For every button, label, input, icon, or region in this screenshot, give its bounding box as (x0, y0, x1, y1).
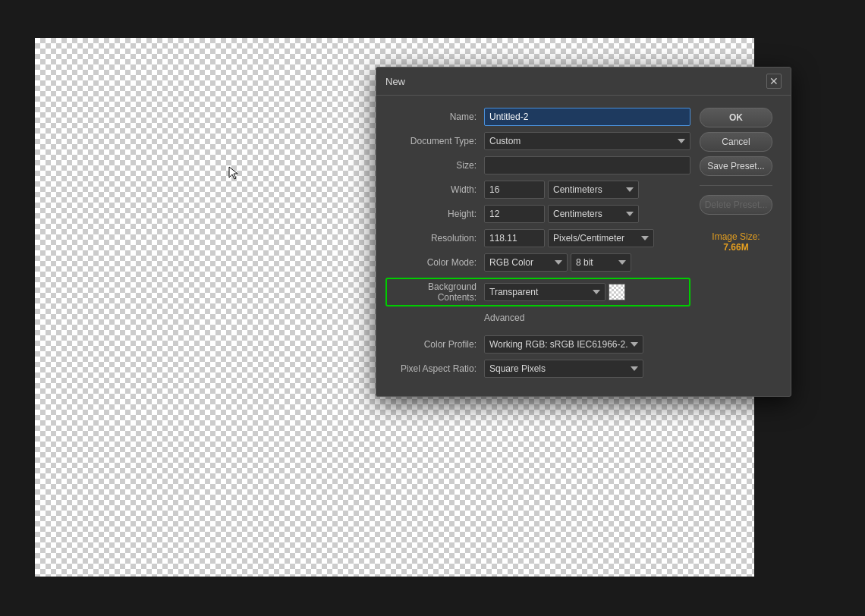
height-input[interactable] (484, 205, 545, 223)
resolution-label: Resolution: (385, 233, 484, 244)
new-document-dialog: New ✕ Name: Document Type: Custom (376, 67, 791, 397)
advanced-label: Advanced (484, 313, 524, 323)
color-profile-label: Color Profile: (385, 339, 484, 350)
image-size-value: 7.66M (700, 242, 772, 253)
bg-contents-label: Background Contents: (390, 281, 484, 303)
dialog-titlebar: New ✕ (376, 68, 791, 96)
cancel-button[interactable]: Cancel (700, 132, 772, 152)
height-row: Height: Centimeters (385, 205, 690, 223)
name-input[interactable] (484, 108, 690, 126)
delete-preset-button[interactable]: Delete Preset... (700, 195, 772, 215)
resolution-row: Resolution: Pixels/Centimeter (385, 229, 690, 247)
pixel-aspect-row: Pixel Aspect Ratio: Square Pixels (385, 360, 690, 378)
width-row: Width: Centimeters (385, 181, 690, 199)
width-unit-select[interactable]: Centimeters (548, 181, 639, 199)
name-label: Name: (385, 112, 484, 122)
dialog-form: Name: Document Type: Custom Size: (376, 108, 690, 384)
actions-divider (700, 185, 772, 186)
pixel-aspect-label: Pixel Aspect Ratio: (385, 363, 484, 374)
bg-contents-select[interactable]: Transparent (484, 283, 606, 301)
image-size-label: Image Size: (700, 231, 772, 242)
name-row: Name: (385, 108, 690, 126)
dialog-actions: OK Cancel Save Preset... Delete Preset..… (690, 108, 782, 384)
advanced-section: Advanced Color Profile: Working RGB: sRG… (385, 313, 690, 378)
advanced-row: Advanced (385, 313, 690, 329)
image-size-section: Image Size: 7.66M (700, 231, 772, 253)
color-mode-label: Color Mode: (385, 257, 484, 268)
color-mode-row: Color Mode: RGB Color 8 bit (385, 253, 690, 272)
dialog-body: Name: Document Type: Custom Size: (376, 96, 791, 396)
size-placeholder (484, 156, 690, 174)
dialog-close-button[interactable]: ✕ (766, 74, 782, 89)
bit-depth-select[interactable]: 8 bit (571, 253, 631, 272)
ok-button[interactable]: OK (700, 108, 772, 127)
save-preset-button[interactable]: Save Preset... (700, 156, 772, 176)
size-label: Size: (385, 160, 484, 171)
dialog-title: New (385, 76, 405, 87)
color-profile-row: Color Profile: Working RGB: sRGB IEC6196… (385, 335, 690, 354)
resolution-unit-select[interactable]: Pixels/Centimeter (548, 229, 654, 247)
width-label: Width: (385, 184, 484, 195)
size-row: Size: (385, 156, 690, 174)
background-contents-row: Background Contents: Transparent (385, 278, 690, 306)
width-input[interactable] (484, 181, 545, 199)
height-label: Height: (385, 209, 484, 219)
pixel-aspect-select[interactable]: Square Pixels (484, 360, 643, 378)
color-profile-select[interactable]: Working RGB: sRGB IEC61966-2.1 (484, 335, 643, 354)
bg-color-swatch[interactable] (609, 284, 625, 300)
color-mode-select[interactable]: RGB Color (484, 253, 568, 272)
modal-overlay: New ✕ Name: Document Type: Custom (0, 0, 865, 616)
document-type-row: Document Type: Custom (385, 132, 690, 150)
resolution-input[interactable] (484, 229, 545, 247)
height-unit-select[interactable]: Centimeters (548, 205, 639, 223)
document-type-select[interactable]: Custom (484, 132, 690, 150)
document-type-label: Document Type: (385, 136, 484, 146)
